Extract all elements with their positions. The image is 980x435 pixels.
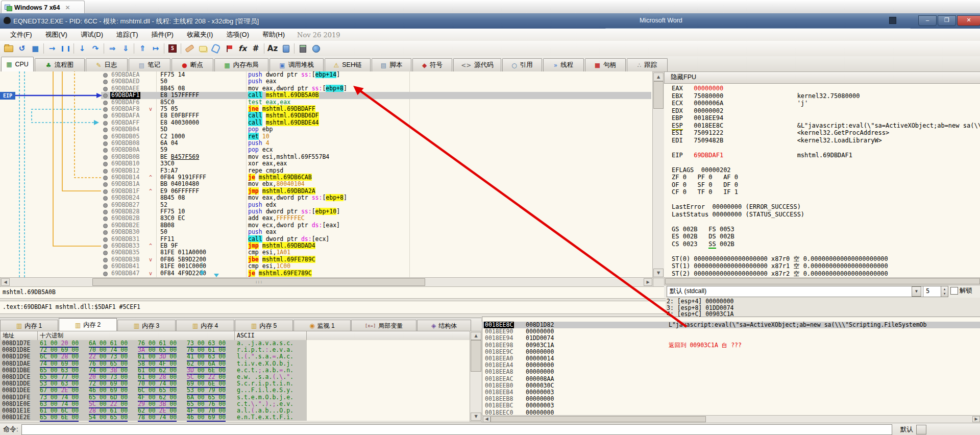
disasm-row[interactable]: 69DBDB1F^E9 06FFFFFFjmp mshtml.69DBDA2A (0, 188, 652, 195)
register-line[interactable]: ST(0) 00000000000000000000 x87r0 空 0.000… (672, 255, 888, 263)
chevron-down-icon[interactable]: ▼ (912, 286, 921, 297)
minimize-button[interactable]: – (918, 15, 937, 26)
disasm-row[interactable]: 69DBDB2752push edx (0, 202, 652, 208)
disasm-row[interactable]: 69DBDAF1E8 157FFFFFcall mshtml.69DB5A0B (0, 92, 652, 99)
tab-源代码[interactable]: <>源代码 (453, 58, 501, 71)
breakpoint-dot-icon[interactable] (103, 237, 108, 242)
register-line[interactable]: ECX 0000006A 'j' (672, 100, 808, 107)
dump-tab-内存 5[interactable]: ▥内存 5 (235, 320, 293, 331)
tab-流程图[interactable]: ♣流程图 (35, 58, 85, 71)
vm-tab-windows7[interactable]: Windows 7 x64 ✕ (1, 1, 85, 14)
tab-引用[interactable]: ○引用 (502, 58, 542, 71)
disasm-row[interactable]: 69DBDB4181FE 001C0000cmp esi,1C00 (0, 263, 652, 270)
stack-row[interactable]: 0018EE9800903C1A返回到 00903C1A 自 ??? (482, 342, 980, 349)
command-mode-button[interactable] (916, 425, 926, 434)
tab-CPU[interactable]: ▦CPU (1, 57, 34, 71)
disasm-row[interactable]: 69DBDAF8v75 05jne mshtml.69DBDAFF (0, 106, 652, 112)
breakpoint-dot-icon[interactable] (103, 73, 108, 78)
disasm-row[interactable]: 69DBDB05C2 1000ret 10 (0, 133, 652, 140)
breakpoint-dot-icon[interactable] (103, 169, 108, 174)
disasm-row[interactable]: 69DBDB47v0F84 4F9D2200je mshtml.69FE789C (0, 270, 652, 277)
close-button[interactable]: ✕ (957, 15, 980, 26)
register-line[interactable]: OF 0 SF 0 DF 0 (672, 181, 738, 189)
menu-item[interactable]: 插件(P) (145, 29, 180, 40)
register-line[interactable]: ZF 0 PF 0 AF 0 (672, 174, 738, 181)
strings-button[interactable]: Az (266, 42, 279, 55)
dump-row[interactable]: 008D1DBE65 00 63 0074 00 3B 0061 00 62 0… (0, 367, 481, 374)
stack-row[interactable]: 0018EE9401DD0074 (482, 335, 980, 342)
breakpoint-dot-icon[interactable] (103, 101, 108, 105)
registers-hscrollbar[interactable] (664, 277, 980, 285)
patch-button[interactable] (183, 42, 196, 55)
stack-row[interactable]: 0018EEB400000003 (482, 389, 980, 396)
run-to-user-code-button[interactable]: ↦ (149, 42, 162, 55)
pause-button[interactable] (59, 42, 72, 55)
breakpoint-dot-icon[interactable] (103, 244, 108, 249)
disasm-row[interactable]: 69DBDB31FF11call dword ptr ds:[ecx] (0, 236, 652, 243)
register-line[interactable]: GS 002B FS 0053 (672, 226, 734, 233)
dump-tab-内存 1[interactable]: ▥内存 1 (0, 320, 58, 331)
breakpoint-dot-icon[interactable] (103, 258, 108, 262)
register-line[interactable]: EDX 00000002 (672, 107, 723, 115)
breakpoint-dot-icon[interactable] (103, 141, 108, 146)
register-line[interactable]: EBX 75080000 kernel32.75080000 (672, 92, 860, 100)
stack-row[interactable]: 0018EEB800000000 (482, 396, 980, 402)
register-line[interactable]: CF 0 TF 0 IF 1 (672, 188, 738, 196)
register-line[interactable]: EAX 00000000 (672, 85, 723, 92)
breakpoint-dot-icon[interactable] (103, 210, 108, 214)
dump-row[interactable]: 008D1DDE53 00 63 0072 00 69 0070 00 74 0… (0, 380, 481, 387)
scylla-button[interactable]: S (166, 42, 179, 55)
disasm-row[interactable]: 69DBDAED50push eax (0, 78, 652, 85)
hide-fpu-button[interactable]: 隐藏FPU (664, 71, 980, 84)
dump-tab-内存 4[interactable]: ▥内存 4 (176, 320, 234, 331)
dump-row[interactable]: 008D1D8E72 00 69 0070 00 74 003A 00 65 0… (0, 347, 481, 353)
menu-item[interactable]: 选项(O) (220, 29, 255, 40)
disasm-row[interactable]: 69DBDB2E8B08mov ecx,dword ptr ds:[eax] (0, 222, 652, 229)
vm-tab-close-icon[interactable]: ✕ (65, 4, 70, 11)
open-file-button[interactable] (2, 42, 15, 55)
register-line[interactable]: LastStatus 00000000 (STATUS_SUCCESS) (672, 211, 804, 219)
register-line[interactable]: EFLAGS 00000202 (672, 166, 731, 174)
dump-row[interactable]: 008D1D9E6C 00 28 0022 00 73 0061 00 3D 0… (0, 353, 481, 360)
menu-item[interactable]: 帮助(H) (256, 29, 291, 40)
calculator-button[interactable] (296, 42, 309, 55)
hash-button[interactable]: # (249, 42, 262, 55)
register-line[interactable]: EBP 0018EE94 (672, 114, 723, 122)
stack-row[interactable]: 0018EEA000000014 (482, 355, 980, 362)
dump-tab-内存 2[interactable]: ▥内存 2 (59, 318, 117, 331)
unlock-checkbox[interactable] (950, 287, 958, 295)
disasm-row[interactable]: 69DBDAFFE8 40030000call mshtml.69DBDE44 (0, 119, 652, 126)
breakpoint-dot-icon[interactable] (103, 176, 108, 180)
dump-vscrollbar[interactable]: ▲ ▼ (470, 331, 482, 422)
dump-row[interactable]: 008D1DEE67 00 2E 0046 00 69 006C 00 65 0… (0, 387, 481, 394)
disassembly-pane[interactable]: 69DBDAEAFF75 14push dword ptr ss:[ebp+14… (0, 71, 664, 277)
register-line[interactable]: ST(1) 00000000000000000000 x87r1 空 0.000… (672, 262, 888, 270)
stack-row[interactable]: 0018EEB00000030C (482, 382, 980, 389)
breakpoint-dot-icon[interactable] (103, 87, 108, 91)
disassembly-hscrollbar[interactable]: ◀ ⁞⁞⁞ ▶ (0, 277, 653, 287)
step-into-button[interactable]: ↓ (76, 42, 89, 55)
maximize-button[interactable]: ❒ (938, 15, 956, 26)
disasm-row[interactable]: 69DBDB2B83C0 ECadd eax,FFFFFFEC (0, 215, 652, 222)
menu-item[interactable]: 调试(D) (75, 29, 109, 40)
breakpoint-dot-icon[interactable] (103, 155, 108, 160)
execute-till-return-button[interactable]: ⇑ (136, 42, 149, 55)
dump-tab-内存 3[interactable]: ▥内存 3 (117, 320, 176, 331)
stack-hscrollbar[interactable]: ◀ ▶ (482, 415, 980, 423)
breakpoint-dot-icon[interactable] (103, 107, 108, 112)
breakpoint-dot-icon[interactable] (103, 272, 108, 276)
run-to-cursor-button[interactable]: ⇒ (106, 42, 119, 55)
disasm-row[interactable]: 69DBDB12F3:A7repe cmpsd (0, 167, 652, 174)
stack-row[interactable]: 0018EE9C00000000 (482, 349, 980, 355)
register-line[interactable]: ESP 0018EE8C &L"javascript:eval(\"sa=Act… (672, 122, 980, 130)
attach-button[interactable] (209, 42, 223, 55)
tab-SEH链[interactable]: ⚠SEH链 (325, 58, 371, 71)
tab-线程[interactable]: »线程 (543, 58, 584, 71)
disasm-row[interactable]: 69DBDB14^0F84 9191FFFFje mshtml.69DB6CAB (0, 174, 652, 181)
register-line[interactable]: ES 002B DS 002B (672, 233, 734, 240)
register-line[interactable]: EDI 7509482B <kernel32.LoadLibraryW> (672, 137, 882, 144)
tab-调用堆栈[interactable]: ▣调用堆栈 (270, 58, 324, 71)
dump-row[interactable]: 008D1DAE74 00 69 0076 00 65 0058 00 4F 0… (0, 360, 481, 367)
stack-row[interactable]: 0018EEBC00000003 (482, 402, 980, 409)
spinner-buttons[interactable]: ▲▼ (941, 286, 948, 297)
